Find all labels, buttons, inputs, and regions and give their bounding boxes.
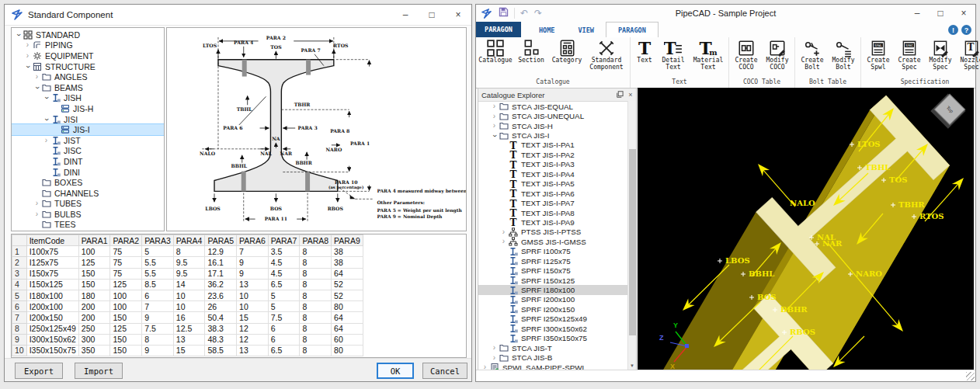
table-cell[interactable]: 10 bbox=[173, 301, 205, 312]
info-button[interactable]: ! bbox=[948, 25, 958, 35]
table-cell[interactable]: 64 bbox=[332, 268, 363, 279]
row-number[interactable]: 3 bbox=[12, 268, 27, 279]
tree-item[interactable]: ›PIPING bbox=[12, 40, 164, 51]
resize-grip[interactable] bbox=[966, 372, 975, 380]
column-header[interactable]: PARA8 bbox=[300, 235, 332, 246]
section-button[interactable]: Section bbox=[513, 38, 549, 78]
tree-item[interactable]: TTEXT JIS-I-PA1 bbox=[478, 141, 627, 150]
chevron-down-icon[interactable]: › bbox=[43, 94, 50, 102]
tree-item[interactable]: ›STRUCTURE bbox=[12, 61, 164, 72]
table-cell[interactable]: 150 bbox=[78, 279, 110, 290]
table-cell[interactable]: 8 bbox=[300, 301, 332, 312]
chevron-down-icon[interactable]: › bbox=[491, 131, 499, 140]
table-cell[interactable]: 6.5 bbox=[268, 345, 300, 356]
tree-item[interactable]: SPRF I100x75 bbox=[478, 247, 627, 256]
table-cell[interactable]: 5.5 bbox=[142, 268, 174, 279]
table-cell[interactable]: 15 bbox=[173, 345, 205, 356]
column-header[interactable]: PARA1 bbox=[78, 235, 110, 246]
chevron-right-icon[interactable]: › bbox=[490, 354, 499, 362]
tree-item[interactable]: ›STCA JIS-UNEQUAL bbox=[478, 111, 627, 120]
column-header[interactable]: PARA9 bbox=[332, 235, 363, 246]
table-cell[interactable]: I200x150 bbox=[26, 312, 78, 323]
table-cell[interactable]: 7 bbox=[237, 246, 269, 257]
tree-item[interactable]: ›STCA JIS-EQUAL bbox=[478, 102, 627, 111]
tree-item[interactable]: DINI bbox=[12, 167, 164, 178]
table-cell[interactable]: I180x100 bbox=[26, 290, 78, 300]
tree-item[interactable]: ›TUBES bbox=[12, 199, 164, 210]
create-bolt-button[interactable]: Create Bolt bbox=[797, 38, 828, 78]
table-cell[interactable]: 75 bbox=[110, 257, 142, 268]
table-cell[interactable]: 6.5 bbox=[268, 279, 300, 290]
table-cell[interactable]: 200 bbox=[78, 312, 110, 323]
table-cell[interactable]: 10 bbox=[237, 301, 269, 312]
table-cell[interactable]: 200 bbox=[78, 301, 110, 312]
table-row[interactable]: 7I200x15020015091650.4157.5864 bbox=[12, 312, 363, 323]
table-cell[interactable]: 6 bbox=[268, 334, 300, 345]
tree-item[interactable]: TTEXT JIS-I-PA4 bbox=[478, 169, 627, 179]
table-cell[interactable]: 64 bbox=[332, 323, 363, 334]
right-titlebar[interactable]: ↶ ↷ PipeCAD - Sample Project – □ × bbox=[476, 5, 975, 22]
table-cell[interactable]: 8 bbox=[300, 345, 332, 356]
table-cell[interactable]: I125x75 bbox=[26, 257, 78, 268]
table-cell[interactable]: 9 bbox=[237, 268, 269, 279]
table-cell[interactable]: 52 bbox=[332, 279, 363, 290]
chevron-down-icon[interactable]: › bbox=[43, 115, 50, 123]
chevron-right-icon[interactable]: › bbox=[499, 228, 508, 236]
table-cell[interactable]: I300x150x62 bbox=[26, 334, 78, 345]
tree-item[interactable]: JISC bbox=[12, 146, 164, 157]
table-cell[interactable]: I100x75 bbox=[26, 246, 78, 257]
import-button[interactable]: Import bbox=[75, 363, 123, 379]
minimize-button[interactable]: – bbox=[392, 5, 419, 25]
tree-item[interactable]: JIS-I bbox=[12, 124, 164, 135]
tree-item[interactable]: ›JISH bbox=[12, 93, 164, 104]
table-cell[interactable]: 125 bbox=[110, 323, 142, 334]
table-cell[interactable]: 38 bbox=[332, 246, 363, 257]
modify-spec-button[interactable]: Modify Spec bbox=[925, 38, 956, 78]
table-cell[interactable]: 150 bbox=[110, 345, 142, 356]
create-coco-button[interactable]: Create COCO bbox=[731, 38, 762, 78]
table-cell[interactable]: 38 bbox=[332, 257, 363, 268]
tab-paragon[interactable]: PARAGON bbox=[606, 22, 659, 38]
table-cell[interactable]: 50.4 bbox=[205, 312, 237, 323]
table-cell[interactable]: 125 bbox=[110, 279, 142, 290]
create-spec-button[interactable]: SPEC Create Spec bbox=[894, 38, 925, 78]
table-cell[interactable]: 5.5 bbox=[142, 257, 174, 268]
tree-item[interactable]: SPRF I180x100 bbox=[478, 285, 627, 294]
tree-item[interactable]: TTEXT JIS-I-PA2 bbox=[478, 150, 627, 159]
table-cell[interactable]: 64 bbox=[332, 312, 363, 323]
modify-bolt-button[interactable]: Modify Bolt bbox=[828, 38, 859, 78]
table-cell[interactable]: 9.5 bbox=[173, 257, 205, 268]
tree-item[interactable]: SPRF I250x125x49 bbox=[478, 314, 627, 324]
table-cell[interactable]: 13 bbox=[237, 279, 269, 290]
tree-item[interactable]: TTEXT JIS-I-PA5 bbox=[478, 179, 627, 189]
table-cell[interactable]: 52 bbox=[332, 290, 363, 300]
redo-icon[interactable]: ↷ bbox=[534, 8, 542, 19]
tab-home[interactable]: HOME bbox=[527, 23, 566, 37]
column-header[interactable]: PARA6 bbox=[237, 235, 269, 246]
table-cell[interactable]: 16 bbox=[173, 312, 205, 323]
chevron-right-icon[interactable]: › bbox=[490, 122, 499, 130]
table-cell[interactable]: 12 bbox=[237, 323, 269, 334]
table-cell[interactable]: 8 bbox=[300, 312, 332, 323]
table-cell[interactable]: 36.2 bbox=[205, 279, 237, 290]
row-number[interactable]: 7 bbox=[12, 312, 27, 323]
table-cell[interactable]: 100 bbox=[78, 246, 110, 257]
tree-item[interactable]: TTEXT JIS-I-PA9 bbox=[478, 217, 627, 227]
tree-item[interactable]: ›STCA JIS-B bbox=[478, 353, 627, 362]
viewport-3d[interactable]: LTOSTBHLTOSTBHRRTOSNALONALNARNAROLBOSBBH… bbox=[638, 88, 974, 372]
table-cell[interactable]: 9.5 bbox=[173, 268, 205, 279]
table-cell[interactable]: 150 bbox=[110, 334, 142, 345]
table-cell[interactable]: 48.3 bbox=[205, 334, 237, 345]
table-cell[interactable]: 5 bbox=[268, 290, 300, 300]
chevron-right-icon[interactable]: › bbox=[33, 73, 41, 81]
tree-item[interactable]: SPRF I300x150x62 bbox=[478, 324, 627, 333]
table-cell[interactable]: 8.5 bbox=[142, 279, 174, 290]
table-cell[interactable]: 350 bbox=[78, 345, 110, 356]
table-cell[interactable]: 38.3 bbox=[205, 323, 237, 334]
table-cell[interactable]: I350x150x75 bbox=[26, 345, 78, 356]
table-cell[interactable]: 180 bbox=[78, 290, 110, 300]
table-cell[interactable]: 16.1 bbox=[205, 257, 237, 268]
tree-item[interactable]: TTEXT JIS-I-PA3 bbox=[478, 160, 627, 169]
tree-item[interactable]: CHANNELS bbox=[12, 188, 164, 199]
parameter-table[interactable]: ItemCodePARA1PARA2PARA3PARA4PARA5PARA6PA… bbox=[12, 234, 363, 356]
